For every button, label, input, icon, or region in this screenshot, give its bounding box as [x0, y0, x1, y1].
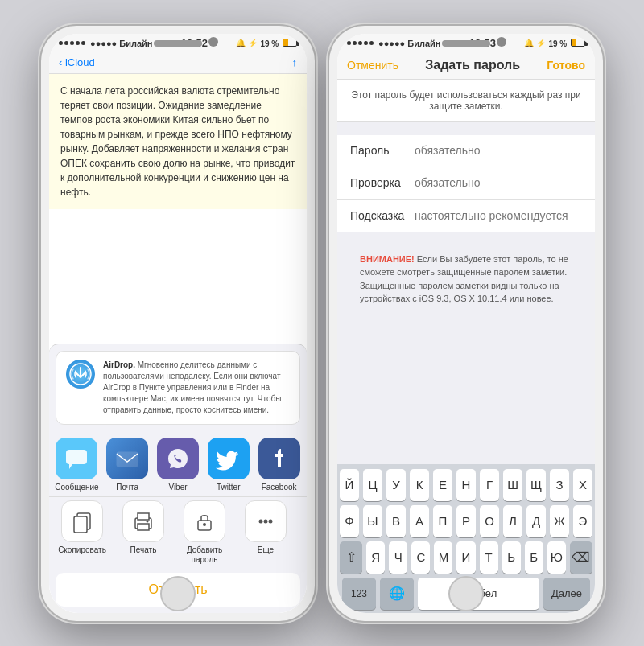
- svg-point-9: [147, 520, 149, 522]
- page-title-right: Задать пароль: [425, 58, 520, 72]
- keyboard-row-1: Й Ц У К Е Н Г Ш Щ З Х: [340, 469, 592, 501]
- done-button[interactable]: Готово: [547, 59, 585, 72]
- key-н[interactable]: Н: [456, 469, 476, 501]
- key-е[interactable]: Е: [433, 469, 452, 501]
- carrier-left: ●●●●● Билайн: [90, 39, 152, 48]
- share-apps-row: Сообщение Почта: [49, 431, 307, 495]
- action-copy[interactable]: Скопировать: [54, 500, 110, 565]
- password-row: Пароль: [337, 135, 595, 167]
- key-ш[interactable]: Ш: [503, 469, 522, 501]
- action-print[interactable]: Печать: [115, 500, 171, 565]
- key-э[interactable]: Э: [573, 505, 592, 537]
- key-о[interactable]: О: [480, 505, 499, 537]
- key-х[interactable]: Х: [573, 469, 592, 501]
- key-ю[interactable]: Ю: [547, 541, 566, 574]
- share-sheet: AirDrop. Мгновенно делитесь данными с по…: [49, 344, 307, 613]
- time-left: 12:52: [181, 37, 208, 49]
- app-messages[interactable]: Сообщение: [54, 438, 100, 492]
- key-ц[interactable]: Ц: [363, 469, 382, 501]
- key-й[interactable]: Й: [340, 469, 359, 501]
- twitter-label: Twitter: [217, 483, 240, 492]
- key-г[interactable]: Г: [480, 469, 499, 501]
- next-key[interactable]: Далее: [543, 578, 590, 610]
- facebook-icon: [258, 438, 300, 479]
- app-twitter[interactable]: Twitter: [205, 438, 251, 492]
- svg-rect-7: [138, 513, 149, 520]
- key-у[interactable]: У: [386, 469, 406, 501]
- key-с[interactable]: С: [411, 541, 430, 574]
- viber-label: Viber: [168, 483, 187, 492]
- numbers-key[interactable]: 123: [342, 578, 376, 610]
- password-form: Этот пароль будет использоваться каждый …: [337, 80, 595, 613]
- password-input[interactable]: [415, 144, 582, 157]
- hint-label: Подсказка: [350, 209, 415, 222]
- keyboard-row-2: Ф Ы В А П Р О Л Д Ж Э: [340, 505, 592, 537]
- delete-key[interactable]: ⌫: [570, 541, 592, 574]
- action-add-password[interactable]: Добавить пароль: [176, 500, 233, 565]
- article-text: С начала лета российская валюта стремите…: [49, 74, 307, 209]
- key-в[interactable]: В: [386, 505, 406, 537]
- key-ж[interactable]: Ж: [550, 505, 569, 537]
- verify-row: Проверка: [337, 167, 595, 200]
- time-right: 12:53: [469, 37, 496, 49]
- copy-icon: [61, 500, 103, 542]
- svg-point-11: [203, 523, 206, 526]
- svg-marker-2: [69, 464, 72, 469]
- key-п[interactable]: П: [433, 505, 452, 537]
- globe-key[interactable]: 🌐: [380, 578, 414, 610]
- form-group: Пароль Проверка Подсказка: [337, 135, 595, 232]
- key-я[interactable]: Я: [366, 541, 385, 574]
- carrier-right: ●●●●● Билайн: [378, 39, 440, 48]
- lock-icon: [184, 500, 225, 542]
- key-л[interactable]: Л: [503, 505, 522, 537]
- home-button-left[interactable]: [160, 576, 196, 611]
- status-bar-right: ●●●●● Билайн 12:53 🔔 ⚡ 19 %: [337, 34, 595, 51]
- hint-input[interactable]: [415, 209, 582, 222]
- airdrop-section: AirDrop. Мгновенно делитесь данными с по…: [56, 351, 300, 425]
- shift-key[interactable]: ⇧: [340, 541, 362, 574]
- viber-icon: [157, 438, 199, 479]
- key-и[interactable]: И: [456, 541, 475, 574]
- cancel-button-right[interactable]: Отменить: [347, 59, 398, 72]
- iphone-right: ●●●●● Билайн 12:53 🔔 ⚡ 19 %: [329, 26, 603, 621]
- svg-rect-1: [66, 450, 87, 464]
- key-ь[interactable]: Ь: [502, 541, 521, 574]
- key-р[interactable]: Р: [456, 505, 476, 537]
- share-actions-row: Скопировать Печать: [49, 496, 307, 570]
- mail-icon: [106, 438, 148, 479]
- key-з[interactable]: З: [550, 469, 569, 501]
- key-д[interactable]: Д: [526, 505, 546, 537]
- messages-label: Сообщение: [55, 483, 98, 492]
- add-password-label: Добавить пароль: [176, 545, 233, 565]
- verify-input[interactable]: [415, 176, 582, 189]
- home-button-right[interactable]: [448, 576, 484, 611]
- key-к[interactable]: К: [410, 469, 429, 501]
- airdrop-description: AirDrop. Мгновенно делитесь данными с по…: [103, 360, 290, 416]
- svg-rect-5: [74, 516, 87, 533]
- airdrop-icon: [66, 360, 95, 389]
- key-щ[interactable]: Щ: [526, 469, 546, 501]
- key-ы[interactable]: Ы: [363, 505, 382, 537]
- battery-left: 19 %: [260, 39, 297, 48]
- key-ч[interactable]: Ч: [389, 541, 407, 574]
- app-viber[interactable]: Viber: [155, 438, 201, 492]
- svg-point-14: [269, 519, 273, 523]
- key-б[interactable]: Б: [525, 541, 543, 574]
- back-button-left[interactable]: ‹ < iCloudiCloud: [59, 56, 95, 68]
- alarm-icon-r: 🔔: [524, 39, 534, 47]
- app-facebook[interactable]: Facebook: [256, 438, 302, 492]
- mail-label: Почта: [116, 483, 138, 492]
- more-icon: [245, 500, 287, 542]
- share-button[interactable]: ↑: [292, 56, 298, 68]
- key-а[interactable]: А: [410, 505, 429, 537]
- keyboard-row-3: ⇧ Я Ч С М И Т Ь Б Ю ⌫: [340, 541, 592, 574]
- key-ф[interactable]: Ф: [340, 505, 359, 537]
- key-м[interactable]: М: [434, 541, 452, 574]
- verify-label: Проверка: [350, 176, 415, 189]
- key-т[interactable]: Т: [480, 541, 498, 574]
- app-mail[interactable]: Почта: [105, 438, 151, 492]
- battery-right: 19 %: [548, 39, 585, 48]
- svg-rect-8: [138, 524, 149, 530]
- action-more[interactable]: Еще: [237, 500, 294, 565]
- copy-label: Скопировать: [58, 545, 106, 555]
